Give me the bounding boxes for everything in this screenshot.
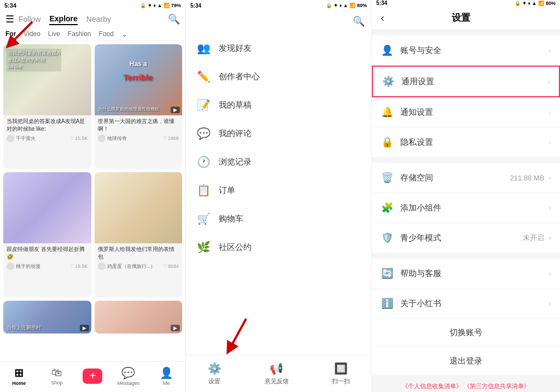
settings-about[interactable]: ℹ️ 关于小红书 › [372, 289, 560, 319]
me-icon: 👤 [160, 366, 173, 379]
nav-home[interactable]: ⊞ Home [7, 366, 31, 386]
menu-item-cart[interactable]: 🛒 购物车 [186, 204, 371, 233]
nav-add-button[interactable]: + [83, 368, 102, 384]
settings-general[interactable]: ⚙️ 通用设置 › [372, 66, 560, 97]
action-logout[interactable]: 退出登录 [372, 347, 560, 376]
cat-fashion[interactable]: Fashion [68, 30, 91, 38]
settings-privacy-left: 🔒 隐私设置 [381, 136, 433, 148]
teen-mode-icon: 🛡️ [381, 232, 394, 244]
explore-tabs: Follow Explore Nearby [19, 13, 164, 25]
settings-help-left: 🔄 帮助与客服 [381, 267, 441, 279]
settings-footer-links[interactable]: 《个人信息收集清单》 《第三方信息共享清单》 [372, 376, 560, 392]
menu-search-bar: 🔍 [186, 11, 371, 32]
feed-card-1[interactable]: 当我把同桌的答案改成A发现A是对的时候ba like: 当我把同桌的答案改成A发… [3, 44, 91, 169]
storage-icon: 🗑️ [381, 172, 394, 184]
tab-explore[interactable]: Explore [49, 13, 77, 25]
chevron-widgets: › [549, 203, 551, 212]
tab-follow[interactable]: Follow [19, 14, 40, 25]
settings-privacy[interactable]: 🔒 隐私设置 › [372, 127, 560, 157]
help-icon: 🔄 [381, 267, 394, 279]
menu-item-browse-history[interactable]: 🕐 浏览记录 [186, 148, 371, 176]
card-3-likes-count: 19.5K [75, 264, 88, 269]
scan-icon: 🔲 [334, 362, 348, 375]
card-2-likes-count: 1868 [168, 136, 179, 141]
battery-1: 79% [171, 3, 181, 8]
feed-card-3[interactable]: 跟皮特做朋友 首先要经得起折腾🤣 桃子的动漫 ♡ 19.5K [3, 172, 91, 297]
signal-icons-2: ✦ ♦ ▲ 📶 [334, 3, 355, 8]
feed-card-4[interactable]: 俄罗斯人给我发他们常用的表情包 鸡蛋蛋（在俄旅行...） ♡ 9584 [95, 172, 183, 297]
teen-mode-value: 未开启 [523, 233, 544, 243]
card-3-author: 桃子的动漫 [7, 262, 40, 270]
storage-value: 211.88 MB [510, 174, 544, 182]
settings-account-security[interactable]: 👤 账号与安全 › [372, 36, 560, 66]
menu-item-creator-center[interactable]: ✏️ 创作者中心 [186, 62, 371, 91]
menu-search-icon[interactable]: 🔍 [353, 15, 365, 27]
card-1-footer: 千千萤火 ♡ 15.5K [7, 134, 88, 142]
cat-food[interactable]: Food [99, 30, 114, 38]
privacy-label: 隐私设置 [400, 137, 433, 148]
menu-item-my-comments[interactable]: 💬 我的评论 [186, 119, 371, 148]
feed-card-5[interactable]: 当你上完厕所时 ▶ [3, 301, 91, 334]
card-4-likes: ♡ 9584 [162, 264, 179, 269]
settings-notifications[interactable]: 🔔 通知设置 › [372, 97, 560, 127]
cat-video[interactable]: Video [24, 30, 40, 38]
footer-scan[interactable]: 🔲 扫一扫 [332, 362, 350, 385]
nav-messages[interactable]: 💬 Messages [116, 366, 141, 386]
card-2-terrible: Terrible [124, 73, 153, 82]
creator-center-icon: ✏️ [197, 70, 210, 83]
settings-widgets[interactable]: 🧩 添加小组件 › [372, 193, 560, 223]
card-1-overlay-text: 当我把同桌的答案改成A发现A是对的时候ba like: [7, 49, 61, 72]
cat-for[interactable]: For [5, 30, 16, 38]
bottom-nav: ⊞ Home 🛍 Shop + 💬 Messages 👤 Me [0, 361, 185, 392]
action-switch-account[interactable]: 切换账号 [372, 319, 560, 347]
menu-icon[interactable]: ☰ [5, 13, 14, 25]
nav-me[interactable]: 👤 Me [154, 366, 178, 386]
menu-footer-items: ⚙️ 设置 📢 意见反馈 🔲 扫一扫 [186, 362, 371, 385]
settings-notifications-left: 🔔 通知设置 [381, 106, 433, 118]
search-icon[interactable]: 🔍 [168, 13, 180, 25]
settings-teen-mode-right: 未开启 › [523, 233, 551, 243]
browse-history-icon: 🕐 [197, 155, 210, 168]
menu-items-list: 👥 发现好友 ✏️ 创作者中心 📝 我的草稿 💬 我的评论 🕐 浏览记录 📋 订… [186, 32, 371, 355]
menu-item-discover-friends[interactable]: 👥 发现好友 [186, 34, 371, 62]
settings-storage[interactable]: 🗑️ 存储空间 211.88 MB › [372, 163, 560, 193]
card-2-has-a: Has a [130, 60, 147, 68]
card-image-6: ▶ [95, 301, 183, 334]
cat-live[interactable]: Live [48, 30, 60, 38]
menu-item-my-drafts[interactable]: 📝 我的草稿 [186, 91, 371, 119]
menu-panel: 5:34 🔒 ✦ ♦ ▲ 📶 80% 🔍 👥 发现好友 ✏️ 创作者中心 📝 我… [186, 0, 372, 392]
privacy-icon: 🔒 [381, 136, 394, 148]
cat-more-icon[interactable]: ⌄ [121, 30, 128, 38]
menu-item-orders[interactable]: 📋 订单 [186, 176, 371, 204]
nav-me-label: Me [163, 381, 170, 386]
settings-section-3: 🔄 帮助与客服 › ℹ️ 关于小红书 › [372, 259, 560, 319]
card-1-desc: 当我把同桌的答案改成A发现A是对的时候ba like: [7, 118, 88, 133]
account-security-label: 账号与安全 [400, 45, 441, 56]
feed-card-6[interactable]: ▶ [95, 301, 183, 334]
settings-section-1: 👤 账号与安全 › ⚙️ 通用设置 › 🔔 通知设置 › [372, 36, 560, 157]
category-bar: For Video Live Fashion Food ⌄ [0, 27, 185, 41]
settings-title: 设置 [391, 11, 532, 24]
settings-teen-mode[interactable]: 🛡️ 青少年模式 未开启 › [372, 223, 560, 253]
card-2-author-name: 地球传奇 [107, 135, 127, 142]
footer-feedback-label: 意见反馈 [265, 377, 289, 385]
teen-mode-label: 青少年模式 [400, 233, 441, 243]
settings-help-right: › [549, 269, 551, 278]
back-button[interactable]: ‹ [381, 11, 384, 24]
settings-teen-mode-left: 🛡️ 青少年模式 [381, 232, 441, 244]
card-3-author-name: 桃子的动漫 [16, 263, 40, 270]
footer-settings[interactable]: ⚙️ 设置 [208, 362, 221, 385]
lock-icon-3: 🔒 [515, 1, 521, 6]
card-1-author: 千千萤火 [7, 134, 36, 142]
card-1-body: 当我把同桌的答案改成A发现A是对的时候ba like: 千千萤火 ♡ 15.5K [3, 115, 91, 144]
tab-nearby[interactable]: Nearby [86, 14, 111, 25]
settings-help[interactable]: 🔄 帮助与客服 › [372, 259, 560, 289]
home-icon: ⊞ [14, 366, 24, 379]
menu-item-community-guidelines[interactable]: 🌿 社区公约 [186, 233, 371, 261]
footer-feedback[interactable]: 📢 意见反馈 [265, 362, 289, 385]
feed-card-2[interactable]: ▶ Has a Terrible 为什么俄罗斯的地理属性很糟糕 世界第一大国的难… [95, 44, 183, 169]
about-icon: ℹ️ [381, 297, 394, 309]
nav-shop[interactable]: 🛍 Shop [45, 366, 69, 385]
settings-general-right: › [547, 77, 550, 86]
card-4-author-name: 鸡蛋蛋（在俄旅行...） [107, 263, 156, 270]
